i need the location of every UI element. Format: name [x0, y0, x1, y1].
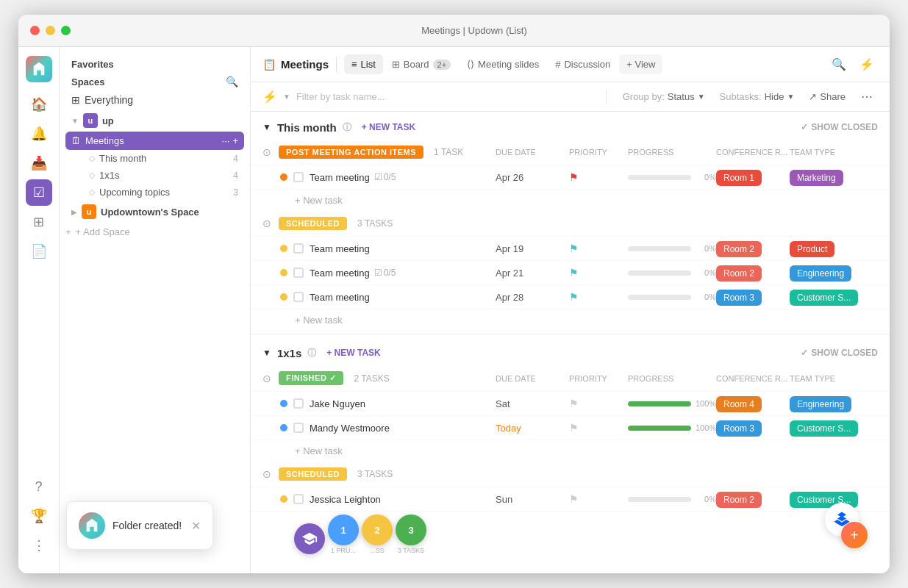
add-task-row-3[interactable]: + New task — [251, 440, 890, 462]
tab-discussion[interactable]: # Discussion — [548, 54, 618, 74]
sidebar-search-icon[interactable]: 🔍 — [226, 76, 238, 87]
doc-icon[interactable]: 📄 — [26, 238, 52, 265]
task-progress: 0% — [628, 268, 716, 277]
home-icon[interactable]: 🏠 — [26, 91, 52, 118]
window-controls[interactable] — [30, 26, 71, 35]
section-this-month-header[interactable]: ▼ This month ⓘ + NEW TASK ✓ SHOW CLOSED — [251, 112, 890, 140]
filter-divider — [606, 90, 607, 104]
filter-input[interactable]: Filter by task name... — [296, 91, 594, 102]
education-fab[interactable] — [294, 523, 325, 554]
task-progress: 0% — [628, 173, 716, 182]
space-updowntown-header[interactable]: ▶ u Updowntown's Space — [65, 201, 244, 223]
add-space-button[interactable]: + + Add Space — [60, 223, 250, 241]
subtasks-option[interactable]: Subtasks: Hide ▼ — [715, 89, 799, 104]
progress-bar — [628, 497, 691, 502]
sidebar-subitem-upcoming[interactable]: ◇ Upcoming topics 3 — [65, 184, 244, 201]
add-space-icon: + — [65, 226, 71, 237]
progress-fill — [628, 401, 691, 406]
fab-3[interactable]: 3 — [396, 514, 426, 545]
task-team: Customer S... — [790, 290, 878, 304]
post-meeting-status-row: ⊙ POST MEETING ACTION ITEMS 1 TASK DUE D… — [251, 140, 890, 165]
finished-expand-icon[interactable]: ⊙ — [262, 373, 271, 384]
this-month-new-task[interactable]: + NEW TASK — [357, 121, 420, 134]
lightning-button[interactable]: ⚡ — [856, 54, 878, 76]
toolbar-actions: 🔍 ⚡ — [828, 54, 878, 76]
priority-flag-icon: ⚑ — [569, 291, 579, 303]
scheduled-expand-icon[interactable]: ⊙ — [262, 218, 271, 229]
sidebar-spaces-header: Spaces 🔍 — [65, 73, 244, 90]
task-conf: Room 2 — [716, 492, 790, 506]
this-month-show-closed[interactable]: ✓ SHOW CLOSED — [801, 122, 878, 132]
add-space-label: + Add Space — [76, 226, 130, 237]
meetings-icon: 🗓 — [71, 135, 81, 146]
table-row[interactable]: Team meeting Apr 28 ⚑ 0% — [251, 285, 890, 309]
table-row[interactable]: Mandy Westmoore Today ⚑ 100% — [251, 416, 890, 440]
group-by-option[interactable]: Group by: Status ▼ — [618, 89, 709, 104]
col-conference: CONFERENCE R... — [716, 148, 790, 157]
table-row[interactable]: Team meeting ☑ 0/5 Apr 21 ⚑ — [251, 261, 890, 285]
progress-bar — [628, 426, 691, 431]
task-checkbox[interactable] — [293, 398, 304, 409]
grid-icon[interactable]: ⊞ — [26, 209, 52, 235]
meetings-more-icon[interactable]: ··· — [222, 135, 230, 146]
post-meeting-group: ⊙ POST MEETING ACTION ITEMS 1 TASK DUE D… — [251, 140, 890, 211]
logo-icon[interactable] — [26, 56, 52, 82]
board-icon: ⊞ — [392, 59, 400, 70]
tab-board[interactable]: ⊞ Board 2+ — [385, 54, 458, 74]
maximize-button[interactable] — [61, 26, 71, 35]
task-priority: ⚑ — [569, 398, 628, 409]
tasks-icon[interactable]: ☑ — [26, 179, 52, 206]
post-meeting-badge: POST MEETING ACTION ITEMS — [279, 146, 423, 159]
task-checkbox[interactable] — [293, 243, 304, 254]
meetings-actions[interactable]: ··· + — [222, 135, 238, 146]
tab-meeting-slides[interactable]: ⟨⟩ Meeting slides — [460, 54, 546, 74]
task-name: Team meeting ☑ 0/5 — [310, 172, 496, 183]
add-button[interactable]: + — [841, 522, 868, 548]
table-row[interactable]: Team meeting Apr 19 ⚑ 0% — [251, 237, 890, 261]
meetings-add-icon[interactable]: + — [232, 135, 238, 146]
sidebar-subitem-this-month[interactable]: ◇ This month 4 — [65, 150, 244, 167]
sidebar-item-everything[interactable]: ⊞ Everything — [65, 90, 244, 110]
add-task-row[interactable]: + New task — [251, 190, 890, 211]
expand-icon-2[interactable]: ⊙ — [262, 468, 271, 480]
space-up-header[interactable]: ▼ u up — [65, 110, 244, 132]
add-task-row-2[interactable]: + New task — [251, 309, 890, 331]
table-row[interactable]: Jessica Leighton Sun ⚑ 0% — [251, 487, 890, 512]
task-checkbox[interactable] — [293, 494, 304, 504]
table-row[interactable]: Jake Nguyen Sat ⚑ 100% — [251, 392, 890, 416]
finished-count: 2 TASKS — [354, 373, 389, 384]
help-icon[interactable]: ? — [26, 473, 52, 500]
expand-icon[interactable]: ⊙ — [262, 146, 271, 158]
minimize-button[interactable] — [46, 26, 55, 35]
1x1s-show-closed[interactable]: ✓ SHOW CLOSED — [801, 348, 878, 358]
task-checkbox[interactable] — [293, 423, 304, 433]
1x1s-new-task[interactable]: + NEW TASK — [322, 346, 385, 359]
search-button[interactable]: 🔍 — [828, 54, 850, 76]
team-tag: Customer S... — [790, 290, 858, 306]
trophy-icon[interactable]: 🏆 — [26, 503, 52, 529]
team-tag: Engineering — [790, 265, 851, 282]
team-tag: Engineering — [790, 396, 851, 412]
tab-list[interactable]: ≡ List — [344, 54, 383, 74]
more-icon[interactable]: ⋮ — [26, 532, 52, 559]
share-button[interactable]: ↗ Share — [804, 89, 850, 104]
task-checkbox[interactable] — [293, 172, 304, 182]
section-1x1s-header[interactable]: ▼ 1x1s ⓘ + NEW TASK ✓ SHOW CLOSED — [251, 337, 890, 365]
close-button[interactable] — [30, 26, 40, 35]
task-checkbox[interactable] — [293, 292, 304, 302]
inbox-icon[interactable]: 📥 — [26, 150, 52, 176]
finished-badge: FINISHED ✓ — [279, 371, 343, 385]
fab-1[interactable]: 1 — [328, 514, 359, 545]
toast-close-button[interactable]: ✕ — [191, 519, 201, 533]
table-row[interactable]: Team meeting ☑ 0/5 Apr 26 ⚑ — [251, 165, 890, 190]
progress-pct: 100% — [696, 399, 716, 408]
bell-icon[interactable]: 🔔 — [26, 121, 52, 147]
sidebar-subitem-1x1s[interactable]: ◇ 1x1s 4 — [65, 167, 244, 184]
sidebar-item-meetings[interactable]: 🗓 Meetings ··· + — [65, 132, 244, 150]
toolbar-tabs: ≡ List ⊞ Board 2+ ⟨⟩ Meeting slides — [344, 54, 662, 74]
more-options-button[interactable]: ⋯ — [856, 86, 878, 108]
task-checkbox[interactable] — [293, 268, 304, 278]
add-view-button[interactable]: + View — [619, 54, 662, 74]
fab-2[interactable]: 2 — [362, 514, 393, 545]
slides-icon: ⟨⟩ — [467, 59, 474, 70]
